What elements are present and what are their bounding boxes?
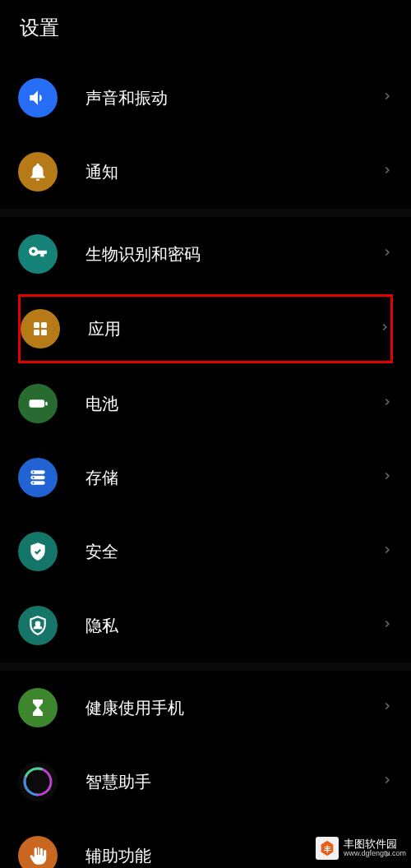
shield-check-icon — [18, 532, 58, 571]
svg-rect-3 — [41, 330, 47, 335]
hand-icon — [18, 836, 58, 868]
item-label: 声音和振动 — [85, 87, 381, 109]
settings-item-notifications[interactable]: 通知 — [0, 135, 411, 209]
settings-item-assistant[interactable]: 智慧助手 — [0, 745, 411, 819]
chevron-right-icon — [381, 544, 393, 559]
svg-rect-5 — [45, 402, 47, 406]
settings-group-1: 声音和振动 通知 — [0, 61, 411, 209]
grid-icon — [21, 309, 60, 349]
item-label: 存储 — [85, 467, 381, 489]
settings-item-storage[interactable]: 存储 — [0, 441, 411, 515]
settings-group-2: 生物识别和密码 应用 电池 存储 — [0, 217, 411, 663]
watermark-text: 丰图软件园 www.dgfengtu.com — [344, 838, 406, 858]
page-title: 设置 — [20, 15, 391, 41]
key-icon — [18, 234, 58, 274]
settings-item-apps[interactable]: 应用 — [21, 297, 390, 361]
assistant-icon — [18, 762, 58, 801]
item-label: 隐私 — [85, 615, 381, 637]
battery-icon — [18, 384, 58, 423]
svg-rect-2 — [34, 330, 39, 335]
divider — [0, 663, 411, 671]
chevron-right-icon — [381, 470, 393, 485]
svg-point-11 — [33, 482, 35, 483]
chevron-right-icon — [381, 247, 393, 261]
item-label: 智慧助手 — [85, 771, 381, 793]
header: 设置 — [0, 0, 411, 61]
settings-item-digital-wellbeing[interactable]: 健康使用手机 — [0, 671, 411, 745]
svg-point-10 — [33, 477, 35, 478]
settings-item-battery[interactable]: 电池 — [0, 367, 411, 441]
chevron-right-icon — [381, 164, 393, 179]
svg-text:丰: 丰 — [322, 845, 330, 853]
bell-icon — [18, 152, 58, 192]
chevron-right-icon — [381, 90, 393, 105]
settings-item-sound[interactable]: 声音和振动 — [0, 61, 411, 135]
svg-rect-4 — [30, 399, 45, 407]
watermark-url: www.dgfengtu.com — [344, 850, 406, 858]
item-label: 生物识别和密码 — [85, 243, 381, 265]
svg-rect-1 — [41, 322, 47, 328]
item-label: 电池 — [85, 393, 381, 415]
item-label: 通知 — [85, 161, 381, 183]
highlight-box: 应用 — [18, 294, 393, 363]
watermark: 丰 丰图软件园 www.dgfengtu.com — [316, 837, 406, 860]
settings-item-security[interactable]: 安全 — [0, 515, 411, 589]
watermark-logo-icon: 丰 — [316, 837, 339, 860]
item-label: 健康使用手机 — [85, 697, 381, 719]
hourglass-icon — [18, 688, 58, 727]
watermark-name: 丰图软件园 — [344, 838, 406, 850]
chevron-right-icon — [381, 774, 393, 789]
settings-item-privacy[interactable]: 隐私 — [0, 589, 411, 663]
svg-point-15 — [21, 765, 54, 798]
item-label: 安全 — [85, 541, 381, 563]
storage-icon — [18, 458, 58, 497]
shield-user-icon — [18, 606, 58, 645]
svg-point-9 — [33, 471, 35, 473]
divider — [0, 209, 411, 217]
chevron-right-icon — [379, 321, 390, 336]
chevron-right-icon — [381, 618, 393, 633]
chevron-right-icon — [381, 396, 393, 411]
settings-item-biometrics[interactable]: 生物识别和密码 — [0, 217, 411, 291]
chevron-right-icon — [381, 700, 393, 715]
svg-point-12 — [36, 622, 39, 626]
item-label: 应用 — [88, 318, 379, 340]
svg-rect-0 — [34, 322, 39, 328]
speaker-icon — [18, 78, 58, 118]
